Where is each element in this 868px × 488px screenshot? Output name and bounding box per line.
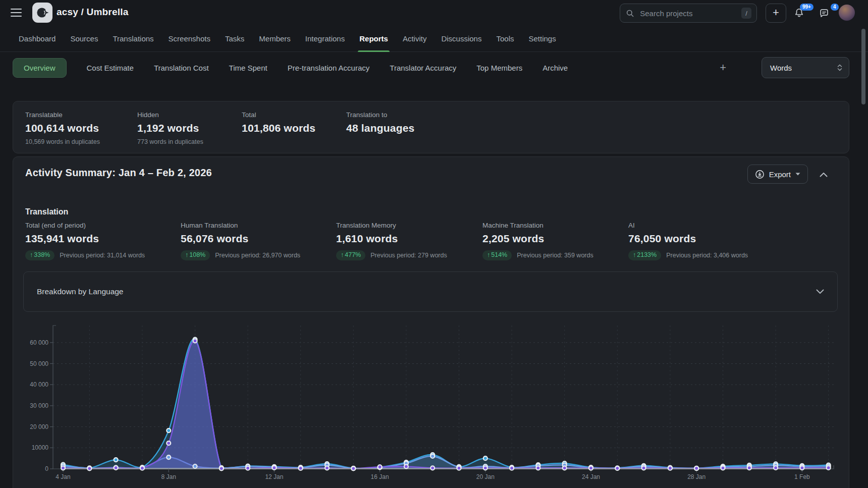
nav-tab-members[interactable]: Members xyxy=(259,25,291,51)
series-light-blue-point[interactable] xyxy=(193,464,197,468)
series-purple-point[interactable] xyxy=(536,466,540,470)
nav-tab-discussions[interactable]: Discussions xyxy=(441,25,481,51)
x-axis-label: 8 Jan xyxy=(161,473,176,480)
series-purple-point[interactable] xyxy=(351,466,355,470)
nav-tab-dashboard[interactable]: Dashboard xyxy=(19,25,56,51)
series-purple-point[interactable] xyxy=(589,466,593,470)
metric-value: 76,050 words xyxy=(628,233,748,245)
activity-chart[interactable]: 60 00050 00040 00030 00020 0001000004 Ja… xyxy=(0,303,868,488)
search-icon xyxy=(626,9,634,18)
series-purple-point[interactable] xyxy=(694,466,698,470)
series-purple-point[interactable] xyxy=(510,466,514,470)
x-axis-label: 28 Jan xyxy=(687,473,706,480)
report-tab-translation-cost[interactable]: Translation Cost xyxy=(154,64,209,72)
series-purple-point[interactable] xyxy=(642,466,646,470)
series-purple-point[interactable] xyxy=(668,466,672,470)
previous-period: Previous period: 26,970 words xyxy=(215,252,300,259)
series-purple-point[interactable] xyxy=(827,466,831,470)
reports-page: { "colors": { "accent_green": "#55a45f",… xyxy=(0,0,868,488)
series-purple-point[interactable] xyxy=(721,466,725,470)
metric-label: Total (end of period) xyxy=(25,222,181,229)
series-teal-point[interactable] xyxy=(167,428,171,432)
change-percent: 477% xyxy=(345,252,361,258)
report-tab-time-spent[interactable]: Time Spent xyxy=(229,64,267,72)
create-project-button[interactable]: + xyxy=(766,4,786,23)
series-teal-point[interactable] xyxy=(483,456,487,460)
report-tab-cost-estimate[interactable]: Cost Estimate xyxy=(87,64,134,72)
y-axis-label: 30 000 xyxy=(30,402,48,409)
series-purple-point[interactable] xyxy=(87,466,91,470)
series-purple-point[interactable] xyxy=(193,339,197,343)
series-purple-point[interactable] xyxy=(272,466,276,470)
change-badge: ↑108% xyxy=(181,250,210,260)
metric-total-end-of-period: Total (end of period)135,941 words↑338%P… xyxy=(25,222,181,260)
collapse-section-button[interactable] xyxy=(820,170,828,179)
series-purple-point[interactable] xyxy=(220,466,224,470)
nav-tab-tasks[interactable]: Tasks xyxy=(225,25,244,51)
scrollbar-thumb[interactable] xyxy=(861,29,865,104)
series-purple-point[interactable] xyxy=(167,441,171,445)
stat-translation-to: Translation to48 languages xyxy=(346,111,414,153)
report-tab-archive[interactable]: Archive xyxy=(542,64,568,72)
series-purple-point[interactable] xyxy=(299,466,303,470)
nav-tab-translations[interactable]: Translations xyxy=(113,25,153,51)
report-tab-translator-accuracy[interactable]: Translator Accuracy xyxy=(390,64,456,72)
series-purple-point[interactable] xyxy=(114,466,118,470)
breadcrumb-project-title[interactable]: acsy / Umbrella xyxy=(57,7,128,18)
messages-button[interactable] xyxy=(819,8,830,21)
nav-tab-settings[interactable]: Settings xyxy=(528,25,556,51)
nav-tab-integrations[interactable]: Integrations xyxy=(305,25,345,51)
report-tab-pre-translation-accuracy[interactable]: Pre-translation Accuracy xyxy=(288,64,370,72)
series-purple-point[interactable] xyxy=(457,466,461,470)
report-tab-list: OverviewCost EstimateTranslation CostTim… xyxy=(13,58,568,78)
series-purple-point[interactable] xyxy=(378,465,382,469)
metric-value: 1,610 words xyxy=(336,233,482,245)
metric-translation-memory: Translation Memory1,610 words↑477%Previo… xyxy=(336,222,482,260)
notifications-badge: 99+ xyxy=(800,4,813,11)
series-light-blue-point[interactable] xyxy=(167,455,171,459)
series-purple-point[interactable] xyxy=(325,466,329,470)
search-box[interactable]: / xyxy=(620,4,757,23)
series-purple-point[interactable] xyxy=(140,466,144,470)
metric-value: 56,076 words xyxy=(181,233,336,245)
series-purple-point[interactable] xyxy=(747,466,751,470)
series-purple-point[interactable] xyxy=(430,466,435,470)
x-axis-label: 24 Jan xyxy=(582,473,600,480)
series-purple-point[interactable] xyxy=(404,464,408,468)
stat-note: 773 words in duplicates xyxy=(137,138,242,145)
unit-select[interactable]: Words xyxy=(762,57,849,78)
add-report-button[interactable]: + xyxy=(720,62,726,73)
export-button[interactable]: Export xyxy=(747,165,808,184)
series-purple-point[interactable] xyxy=(800,466,804,470)
stat-label: Total xyxy=(242,111,346,119)
previous-period: Previous period: 3,406 words xyxy=(666,252,748,259)
metric-machine-translation: Machine Translation2,205 words↑514%Previ… xyxy=(482,222,628,260)
nav-tab-sources[interactable]: Sources xyxy=(70,25,98,51)
user-avatar[interactable] xyxy=(839,5,855,21)
series-purple-point[interactable] xyxy=(563,466,567,470)
series-purple-point[interactable] xyxy=(615,466,619,470)
nav-tab-screenshots[interactable]: Screenshots xyxy=(169,25,210,51)
increase-arrow-icon: ↑ xyxy=(633,252,636,258)
metric-label: AI xyxy=(628,222,748,229)
nav-tab-activity[interactable]: Activity xyxy=(403,25,427,51)
download-circle-icon xyxy=(755,170,765,179)
report-tab-top-members[interactable]: Top Members xyxy=(476,64,522,72)
nav-tab-tools[interactable]: Tools xyxy=(496,25,514,51)
series-purple-point[interactable] xyxy=(61,466,65,470)
project-logo[interactable] xyxy=(32,3,52,23)
nav-tab-reports[interactable]: Reports xyxy=(359,25,388,51)
y-axis-label: 20 000 xyxy=(30,423,48,430)
series-purple-point[interactable] xyxy=(483,466,487,470)
unit-select-value: Words xyxy=(770,64,792,72)
series-purple-point[interactable] xyxy=(246,466,250,470)
change-badge: ↑514% xyxy=(482,250,512,260)
series-light-blue-point[interactable] xyxy=(430,454,435,458)
stat-hidden: Hidden1,192 words773 words in duplicates xyxy=(137,111,242,153)
menu-icon[interactable] xyxy=(11,9,22,17)
project-stats-card: Translatable100,614 words10,569 words in… xyxy=(13,101,849,153)
series-purple-point[interactable] xyxy=(774,466,778,470)
search-input[interactable] xyxy=(639,9,741,18)
series-teal-point[interactable] xyxy=(114,458,118,462)
report-tab-overview[interactable]: Overview xyxy=(13,58,67,78)
